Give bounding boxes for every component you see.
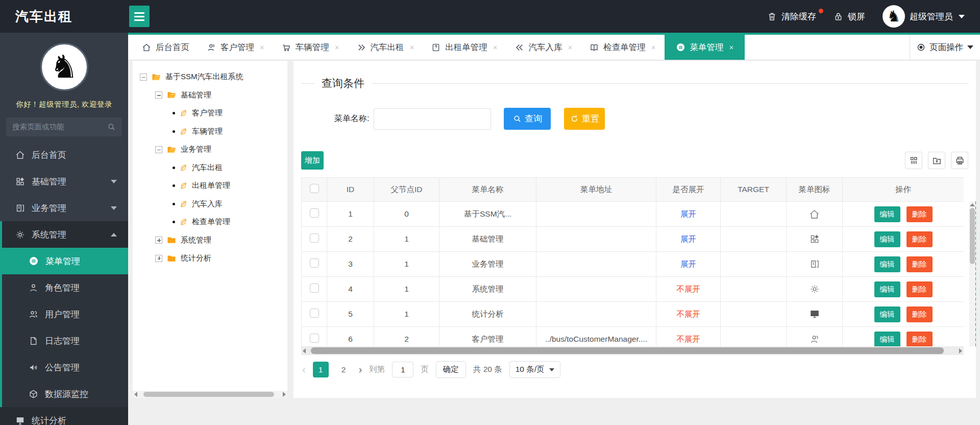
collapse-icon[interactable]: [140, 74, 147, 81]
tab-customer-mgmt[interactable]: 客户管理: [198, 35, 273, 60]
add-button[interactable]: 增加: [301, 151, 324, 170]
sidebar-item-log-mgmt[interactable]: 日志管理: [2, 327, 128, 354]
row-checkbox[interactable]: [310, 284, 319, 293]
edit-button[interactable]: 编辑: [874, 281, 900, 297]
reset-button[interactable]: 重置: [564, 108, 605, 130]
tree-node-car-inbound[interactable]: 汽车入库: [173, 195, 287, 214]
tree-node-vehicle-mgmt[interactable]: 车辆管理: [173, 123, 287, 141]
tree-node-stats-analysis[interactable]: 统计分析: [155, 249, 287, 268]
tree-node-business-mgmt[interactable]: 业务管理: [155, 140, 287, 159]
edit-button[interactable]: 编辑: [874, 206, 900, 222]
cell-url: [536, 252, 656, 277]
close-icon[interactable]: [410, 43, 414, 52]
tab-menu-mgmt[interactable]: 菜单管理: [665, 35, 745, 60]
print-button[interactable]: [951, 152, 968, 169]
tree-node-customer-mgmt[interactable]: 客户管理: [173, 104, 287, 123]
tree-node-inspection-mgmt[interactable]: 检查单管理: [173, 213, 287, 231]
tree-node-root[interactable]: 基于SSM汽车出租系统: [140, 68, 287, 86]
scroll-right-icon[interactable]: [959, 348, 962, 353]
edit-button[interactable]: 编辑: [874, 332, 900, 347]
clear-cache-button[interactable]: 清除缓存: [767, 11, 816, 22]
tab-car-rental[interactable]: 汽车出租: [348, 35, 423, 60]
sidebar-item-user-mgmt[interactable]: 用户管理: [2, 301, 128, 327]
page-number-1[interactable]: 1: [313, 362, 329, 377]
sidebar-item-menu-mgmt[interactable]: 菜单管理: [2, 248, 128, 274]
close-icon[interactable]: [729, 43, 734, 52]
sidebar-item-system-mgmt[interactable]: 系统管理: [2, 221, 128, 248]
expand-link[interactable]: 不展开: [676, 285, 700, 293]
scroll-left-icon[interactable]: [303, 348, 306, 353]
table-vertical-scrollbar[interactable]: [969, 201, 976, 346]
scrollbar-thumb[interactable]: [970, 208, 975, 264]
tab-home[interactable]: 后台首页: [133, 35, 198, 60]
expand-link[interactable]: 展开: [680, 259, 696, 268]
tree-node-base-mgmt[interactable]: 基础管理: [155, 86, 287, 105]
edit-button[interactable]: 编辑: [874, 306, 900, 322]
tab-rental-orders[interactable]: 出租单管理: [423, 35, 506, 60]
row-checkbox[interactable]: [310, 233, 319, 243]
page-size-select[interactable]: 10 条/页: [509, 361, 560, 378]
row-checkbox[interactable]: [310, 334, 319, 343]
table-horizontal-scrollbar[interactable]: [301, 346, 964, 355]
delete-button[interactable]: 删除: [906, 206, 933, 222]
menu-name-input[interactable]: [374, 108, 491, 130]
delete-button[interactable]: 删除: [906, 256, 933, 272]
tree-horizontal-scrollbar[interactable]: [133, 391, 287, 398]
goto-page-input[interactable]: [392, 362, 413, 377]
confirm-page-button[interactable]: 确定: [436, 361, 466, 378]
expand-link[interactable]: 展开: [680, 234, 696, 243]
close-icon[interactable]: [260, 43, 264, 52]
export-button[interactable]: [928, 152, 945, 169]
close-icon[interactable]: [568, 43, 573, 52]
sidebar-search[interactable]: 搜索页面或功能: [6, 117, 122, 136]
scrollbar-thumb[interactable]: [143, 392, 274, 397]
page-operations-dropdown[interactable]: 页面操作: [910, 35, 980, 60]
tree-node-rental-orders[interactable]: 出租单管理: [173, 177, 287, 195]
sidebar-toggle-button[interactable]: [129, 6, 150, 27]
scroll-up-icon[interactable]: [970, 203, 975, 206]
delete-button[interactable]: 删除: [906, 231, 933, 247]
tab-car-inbound[interactable]: 汽车入库: [506, 35, 581, 60]
sidebar-item-datasource-monitor[interactable]: 数据源监控: [2, 381, 128, 407]
user-menu[interactable]: ♞ 超级管理员: [883, 5, 965, 28]
delete-button[interactable]: 删除: [906, 281, 933, 297]
expand-icon[interactable]: [155, 237, 162, 244]
row-checkbox[interactable]: [310, 258, 319, 268]
scroll-right-icon[interactable]: [283, 392, 286, 397]
expand-link[interactable]: 展开: [680, 209, 696, 218]
select-all-checkbox[interactable]: [310, 184, 319, 193]
row-checkbox[interactable]: [310, 309, 319, 318]
close-icon[interactable]: [335, 43, 339, 52]
query-button[interactable]: 查询: [504, 108, 551, 130]
close-icon[interactable]: [493, 43, 498, 52]
tab-inspection-mgmt[interactable]: 检查单管理: [581, 35, 664, 60]
row-checkbox[interactable]: [310, 208, 319, 218]
lock-screen-button[interactable]: 锁屏: [834, 11, 865, 22]
edit-button[interactable]: 编辑: [874, 256, 900, 272]
sidebar-item-home[interactable]: 后台首页: [0, 141, 128, 168]
expand-icon[interactable]: [155, 255, 162, 262]
collapse-icon[interactable]: [155, 91, 162, 99]
edit-button[interactable]: 编辑: [874, 231, 900, 247]
delete-button[interactable]: 删除: [906, 332, 933, 347]
columns-toggle-button[interactable]: [905, 152, 922, 169]
page-number-2[interactable]: 2: [336, 362, 352, 377]
expand-link[interactable]: 不展开: [676, 335, 700, 343]
scroll-left-icon[interactable]: [134, 392, 137, 397]
delete-button[interactable]: 删除: [906, 306, 933, 322]
sidebar-item-announcement-mgmt[interactable]: 公告管理: [2, 354, 128, 381]
sidebar-item-base-mgmt[interactable]: 基础管理: [0, 168, 128, 195]
prev-page-icon[interactable]: ‹: [302, 364, 306, 375]
next-page-icon[interactable]: ›: [359, 364, 362, 375]
profile-avatar[interactable]: ♞: [40, 43, 88, 91]
sidebar-item-stats-analysis[interactable]: 统计分析: [0, 407, 128, 425]
close-icon[interactable]: [651, 43, 656, 52]
tab-vehicle-mgmt[interactable]: 车辆管理: [273, 35, 348, 60]
sidebar-item-role-mgmt[interactable]: 角色管理: [2, 274, 128, 301]
collapse-icon[interactable]: [155, 146, 162, 153]
tree-node-car-rental[interactable]: 汽车出租: [173, 159, 287, 177]
expand-link[interactable]: 不展开: [676, 310, 700, 318]
scrollbar-thumb[interactable]: [311, 347, 944, 354]
tree-node-system-mgmt[interactable]: 系统管理: [155, 231, 287, 250]
sidebar-item-business-mgmt[interactable]: 业务管理: [0, 195, 128, 221]
